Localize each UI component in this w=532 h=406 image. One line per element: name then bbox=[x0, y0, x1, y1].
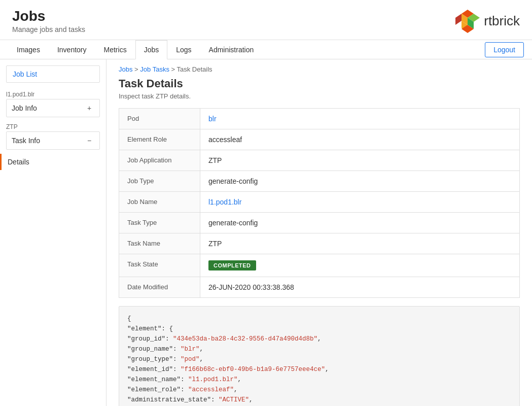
row-value: ZTP bbox=[200, 233, 520, 254]
nav-tabs: Images Inventory Metrics Jobs Logs Admin… bbox=[8, 40, 262, 59]
sidebar-group-job-info-label: Job Info bbox=[12, 104, 37, 112]
row-value: generate-config bbox=[200, 171, 520, 192]
header-title-block: Jobs Manage jobs and tasks bbox=[12, 8, 85, 33]
page-title: Task Details bbox=[119, 77, 520, 90]
logout-button[interactable]: Logout bbox=[485, 42, 524, 57]
row-value: 26-JUN-2020 00:33:38.368 bbox=[200, 277, 520, 298]
row-value: ZTP bbox=[200, 150, 520, 171]
sidebar-group-task-info-label: Task Info bbox=[12, 137, 40, 145]
sidebar-group-task-info-header[interactable]: Task Info − bbox=[6, 131, 100, 150]
row-label: Task State bbox=[119, 254, 200, 277]
sidebar-group-job-info: Job Info + bbox=[6, 99, 100, 117]
sidebar-section-2-label: ZTP bbox=[0, 121, 106, 131]
status-badge: COMPLETED bbox=[208, 260, 256, 270]
table-row: Element Roleaccessleaf bbox=[119, 129, 520, 150]
sidebar: Job List l1.pod1.blr Job Info + ZTP Task… bbox=[0, 59, 107, 406]
code-line: "element_role": "accessleaf", bbox=[127, 385, 511, 395]
table-row: Job Namel1.pod1.blr bbox=[119, 192, 520, 213]
row-value: COMPLETED bbox=[200, 254, 520, 277]
logo: rtbrick bbox=[455, 9, 520, 33]
sidebar-section-1-label: l1.pod1.blr bbox=[0, 89, 106, 99]
row-value[interactable]: blr bbox=[200, 109, 520, 129]
table-row: Podblr bbox=[119, 109, 520, 129]
code-line: "group_id": "434e53da-ba28-4c32-9556-d47… bbox=[127, 334, 511, 344]
sidebar-group-task-info-toggle[interactable]: − bbox=[84, 136, 94, 146]
breadcrumb: Jobs > Job Tasks > Task Details bbox=[119, 65, 520, 73]
logo-icon bbox=[455, 9, 480, 33]
tab-administration[interactable]: Administration bbox=[200, 40, 263, 59]
tab-jobs[interactable]: Jobs bbox=[135, 40, 168, 59]
row-label: Element Role bbox=[119, 129, 200, 150]
row-label: Job Name bbox=[119, 192, 200, 213]
tab-metrics[interactable]: Metrics bbox=[95, 40, 135, 59]
breadcrumb-jobs[interactable]: Jobs bbox=[119, 65, 132, 73]
sidebar-job-list: Job List bbox=[6, 65, 100, 83]
job-list-link[interactable]: Job List bbox=[6, 65, 100, 83]
breadcrumb-sep-2: > bbox=[171, 65, 177, 73]
code-line: "group_name": "blr", bbox=[127, 344, 511, 354]
row-label: Task Type bbox=[119, 213, 200, 233]
row-label: Task Name bbox=[119, 233, 200, 254]
tab-inventory[interactable]: Inventory bbox=[49, 40, 95, 59]
page-subtitle: Inspect task ZTP details. bbox=[119, 92, 520, 100]
code-line: "administrative_state": "ACTIVE", bbox=[127, 395, 511, 405]
svg-marker-6 bbox=[455, 14, 462, 25]
table-row: Job ApplicationZTP bbox=[119, 150, 520, 171]
table-row: Task Typegenerate-config bbox=[119, 213, 520, 233]
row-link[interactable]: l1.pod1.blr bbox=[208, 198, 241, 206]
code-block: { "element": { "group_id": "434e53da-ba2… bbox=[119, 306, 520, 406]
code-line: "element_id": "f166b68c-ebf0-49b6-b1a9-6… bbox=[127, 364, 511, 375]
logo-text: rtbrick bbox=[484, 13, 520, 29]
table-row: Job Typegenerate-config bbox=[119, 171, 520, 192]
sidebar-group-job-info-header[interactable]: Job Info + bbox=[6, 99, 100, 117]
row-value[interactable]: l1.pod1.blr bbox=[200, 192, 520, 213]
row-value: generate-config bbox=[200, 213, 520, 233]
code-line: { bbox=[127, 314, 511, 324]
sidebar-group-job-info-toggle[interactable]: + bbox=[84, 103, 94, 113]
row-value: accessleaf bbox=[200, 129, 520, 150]
row-label: Job Type bbox=[119, 171, 200, 192]
row-label: Date Modified bbox=[119, 277, 200, 298]
tab-logs[interactable]: Logs bbox=[167, 40, 200, 59]
code-line: "group_type": "pod", bbox=[127, 354, 511, 364]
row-label: Job Application bbox=[119, 150, 200, 171]
row-link[interactable]: blr bbox=[208, 115, 217, 123]
table-row: Task StateCOMPLETED bbox=[119, 254, 520, 277]
table-row: Task NameZTP bbox=[119, 233, 520, 254]
app-title: Jobs bbox=[12, 8, 85, 24]
sidebar-group-task-info: Task Info − bbox=[6, 131, 100, 150]
app-subtitle: Manage jobs and tasks bbox=[12, 25, 85, 33]
row-label: Pod bbox=[119, 109, 200, 129]
breadcrumb-task-details: Task Details bbox=[176, 65, 212, 73]
breadcrumb-job-tasks[interactable]: Job Tasks bbox=[140, 65, 169, 73]
code-line: "element": { bbox=[127, 324, 511, 334]
code-line: "element_name": "l1.pod1.blr", bbox=[127, 375, 511, 385]
sidebar-item-details[interactable]: Details bbox=[0, 154, 106, 170]
main-nav: Images Inventory Metrics Jobs Logs Admin… bbox=[0, 40, 532, 59]
main-layout: Job List l1.pod1.blr Job Info + ZTP Task… bbox=[0, 59, 532, 406]
table-row: Date Modified26-JUN-2020 00:33:38.368 bbox=[119, 277, 520, 298]
header-right: rtbrick bbox=[455, 9, 520, 33]
tab-images[interactable]: Images bbox=[8, 40, 49, 59]
detail-table: PodblrElement RoleaccessleafJob Applicat… bbox=[119, 108, 520, 298]
main-content: Jobs > Job Tasks > Task Details Task Det… bbox=[107, 59, 532, 406]
page-header: Jobs Manage jobs and tasks rtbrick bbox=[0, 0, 532, 40]
breadcrumb-sep-1: > bbox=[134, 65, 140, 73]
